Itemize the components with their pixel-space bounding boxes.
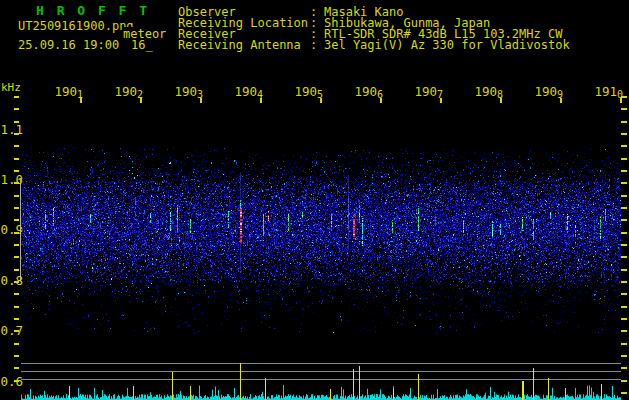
right-axis-ticks bbox=[621, 96, 627, 396]
datetime-label: 25.09.16 19:00 bbox=[18, 38, 119, 52]
freq-label-0.9: 0.9 bbox=[0, 224, 23, 236]
freq-label-0.6: 0.6 bbox=[0, 376, 23, 388]
station-info-table: Observer:Masaki Kano Receiving Location:… bbox=[178, 7, 570, 51]
app-title: H R O F F T bbox=[36, 3, 150, 18]
freq-label-1.1: 1.1 bbox=[0, 124, 23, 136]
spectrogram-canvas bbox=[21, 95, 621, 400]
info-colon: : bbox=[310, 40, 324, 51]
freq-label-0.8: 0.8 bbox=[0, 275, 23, 287]
freq-label-0.7: 0.7 bbox=[0, 325, 23, 337]
hrofft-screen: H R O F F T UT2509161900.png meteor 25.0… bbox=[0, 0, 629, 400]
info-label: Receiving Antenna bbox=[178, 40, 310, 51]
freq-label-1.0: 1.0 bbox=[0, 174, 23, 186]
info-value: 3el Yagi(V) Az 330 for Vladivostok bbox=[324, 40, 570, 51]
info-row-antenna: Receiving Antenna:3el Yagi(V) Az 330 for… bbox=[178, 40, 570, 51]
left-axis-ticks bbox=[14, 96, 19, 392]
y-axis-unit-label: kHz bbox=[1, 81, 21, 94]
output-filename-label: UT2509161900.png bbox=[18, 19, 134, 33]
echo-counter-label: 16_ bbox=[131, 38, 153, 52]
